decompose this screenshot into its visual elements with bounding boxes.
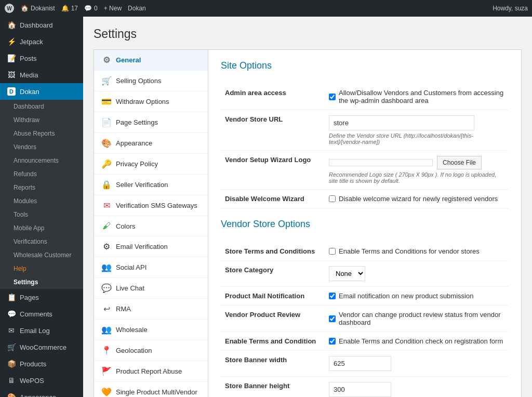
social-api-nav-icon: 👥 <box>101 262 112 272</box>
sidebar-item-email-log[interactable]: ✉ Email Log <box>0 322 83 339</box>
wp-logo[interactable]: W <box>4 3 15 14</box>
vendor-product-review-label: Vendor Product Review <box>221 306 325 332</box>
settings-nav-privacy-policy[interactable]: 🔑 Privacy Policy <box>94 154 208 175</box>
sidebar-label-media: Media <box>20 71 38 79</box>
settings-nav-email-verification[interactable]: ⚙ Email Verification <box>94 236 208 257</box>
privacy-policy-nav-icon: 🔑 <box>101 159 112 169</box>
vendor-setup-wizard-logo-label: Vendor Setup Wizard Logo <box>221 151 325 190</box>
page-settings-nav-icon: 📄 <box>101 117 112 127</box>
settings-nav-seller-verification-label: Seller Verification <box>116 181 168 189</box>
submenu-withdraw[interactable]: Withdraw <box>0 113 83 127</box>
sidebar-item-appearance[interactable]: 🎨 Appearance <box>0 389 83 397</box>
enable-terms-condition-row: Enable Terms and Condition Enable Terms … <box>221 332 509 351</box>
store-banner-height-label: Store Banner height <box>221 377 325 398</box>
jetpack-icon: ⚡ <box>7 37 16 46</box>
settings-nav-colors[interactable]: 🖌 Colors <box>94 216 208 236</box>
submenu-wholesale-customer[interactable]: Wholesale Customer <box>0 248 83 262</box>
submenu-help[interactable]: Help <box>0 262 83 275</box>
product-mail-notification-checkbox-label: Email notification on new product submis… <box>339 292 473 300</box>
settings-nav-selling-options[interactable]: 🛒 Selling Options <box>94 71 208 91</box>
comments-count[interactable]: 💬 0 <box>84 5 98 12</box>
sidebar-label-pages: Pages <box>20 294 39 301</box>
sidebar-item-dashboard[interactable]: 🏠 Dashboard <box>0 17 83 33</box>
settings-nav-rma[interactable]: ↩ RMA <box>94 299 208 320</box>
wholesale-nav-icon: 👥 <box>101 325 112 335</box>
settings-nav-appearance[interactable]: 🎨 Appearance <box>94 133 208 154</box>
plugin-name[interactable]: Dokan <box>128 5 146 12</box>
settings-nav-product-report-abuse-label: Product Report Abuse <box>116 367 182 375</box>
store-terms-row: Store Terms and Conditions Enable Terms … <box>221 242 509 261</box>
enable-terms-condition-checkbox[interactable] <box>329 338 336 345</box>
sidebar-item-posts[interactable]: 📝 Posts <box>0 50 83 67</box>
disable-welcome-wizard-row: Disable Welcome Wizard Disable welcome w… <box>221 190 509 208</box>
appearance-icon: 🎨 <box>7 393 16 397</box>
vendor-store-options-title: Vendor Store Options <box>221 219 509 234</box>
enable-terms-condition-checkbox-row: Enable Terms and Condition check on regi… <box>329 337 504 345</box>
sidebar-item-jetpack[interactable]: ⚡ Jetpack <box>0 33 83 50</box>
submenu-refunds[interactable]: Refunds <box>0 167 83 181</box>
selling-options-nav-icon: 🛒 <box>101 76 112 86</box>
main-layout: 🏠 Dashboard ⚡ Jetpack 📝 Posts 🖼 Media D … <box>0 17 532 397</box>
live-chat-nav-icon: 💬 <box>101 283 112 293</box>
submenu-verifications[interactable]: Verifications <box>0 235 83 248</box>
submenu-tools[interactable]: Tools <box>0 208 83 221</box>
settings-nav-geolocation[interactable]: 📍 Geolocation <box>94 340 208 361</box>
settings-nav-live-chat-label: Live Chat <box>116 284 144 292</box>
submenu-modules[interactable]: Modules <box>0 194 83 208</box>
vendor-store-url-input[interactable] <box>329 115 474 130</box>
settings-nav-page-settings[interactable]: 📄 Page Settings <box>94 112 208 133</box>
settings-nav-geolocation-label: Geolocation <box>116 347 152 354</box>
admin-bar: W 🏠 Dokanist 🔔 17 💬 0 + New Dokan Howdy,… <box>0 0 532 17</box>
settings-nav-general[interactable]: ⚙ General <box>94 50 208 71</box>
product-mail-notification-checkbox[interactable] <box>329 293 336 299</box>
choose-file-button[interactable]: Choose File <box>437 156 482 169</box>
sidebar-item-comments[interactable]: 💬 Comments <box>0 306 83 322</box>
sidebar-item-dokan[interactable]: D Dokan <box>0 83 83 100</box>
vendor-setup-wizard-logo-hint: Recommended Logo size ( 270px X 90px ). … <box>329 171 504 184</box>
settings-nav-verification-sms[interactable]: ✉ Verification SMS Gateways <box>94 195 208 216</box>
comment-icon: 💬 <box>84 5 92 12</box>
settings-nav-seller-verification[interactable]: 🔒 Seller Verification <box>94 175 208 195</box>
verification-sms-nav-icon: ✉ <box>101 201 112 210</box>
sidebar-item-woocommerce[interactable]: 🛒 WooCommerce <box>0 339 83 355</box>
sidebar-item-products[interactable]: 📦 Products <box>0 355 83 372</box>
settings-nav-product-report-abuse[interactable]: 🚩 Product Report Abuse <box>94 361 208 382</box>
admin-area-access-label: Admin area access <box>221 84 325 110</box>
vendor-product-review-checkbox-label: Vendor can change product review status … <box>339 311 504 326</box>
site-options-title: Site Options <box>221 60 509 75</box>
admin-area-access-checkbox[interactable] <box>329 94 336 100</box>
store-terms-checkbox-row: Enable Terms and Conditions for vendor s… <box>329 247 504 255</box>
store-category-select[interactable]: None <box>329 266 365 281</box>
store-terms-checkbox[interactable] <box>329 248 336 255</box>
notifications[interactable]: 🔔 17 <box>61 5 78 12</box>
submenu-reports[interactable]: Reports <box>0 181 83 194</box>
submenu-announcements[interactable]: Announcements <box>0 154 83 167</box>
submenu-dashboard[interactable]: Dashboard <box>0 100 83 113</box>
store-banner-height-row: Store Banner height <box>221 377 509 398</box>
submenu-mobile-app[interactable]: Mobile App <box>0 221 83 235</box>
store-terms-field: Enable Terms and Conditions for vendor s… <box>325 242 509 261</box>
vendor-store-url-label: Vendor Store URL <box>221 110 325 151</box>
vendor-store-url-hint: Define the Vendor store URL (http://loca… <box>329 133 504 145</box>
site-name[interactable]: 🏠 Dokanist <box>21 5 55 12</box>
store-terms-label: Store Terms and Conditions <box>221 242 325 261</box>
new-item[interactable]: + New <box>104 5 122 12</box>
submenu-abuse-reports[interactable]: Abuse Reports <box>0 127 83 140</box>
disable-welcome-wizard-checkbox[interactable] <box>329 195 336 202</box>
store-banner-width-input[interactable] <box>329 356 391 371</box>
disable-welcome-wizard-field: Disable welcome wizard for newly registe… <box>325 190 509 208</box>
submenu-settings[interactable]: Settings <box>0 275 83 289</box>
store-category-field: None <box>325 261 509 287</box>
store-banner-height-input[interactable] <box>329 382 391 397</box>
submenu-vendors[interactable]: Vendors <box>0 140 83 154</box>
vendor-product-review-checkbox[interactable] <box>329 315 336 322</box>
settings-nav-wholesale[interactable]: 👥 Wholesale <box>94 320 208 340</box>
sidebar-item-media[interactable]: 🖼 Media <box>0 67 83 83</box>
settings-nav-withdraw-options[interactable]: 💳 Withdraw Options <box>94 91 208 112</box>
sidebar-item-wepos[interactable]: 🖥 WePOS <box>0 372 83 389</box>
settings-nav-live-chat[interactable]: 💬 Live Chat <box>94 278 208 299</box>
sidebar-item-pages[interactable]: 📋 Pages <box>0 289 83 306</box>
sidebar-menu-bottom: 📋 Pages 💬 Comments ✉ Email Log 🛒 WooComm… <box>0 289 83 397</box>
settings-nav-social-api[interactable]: 👥 Social API <box>94 257 208 278</box>
settings-nav-single-product-multivendor[interactable]: 🧡 Single Product MultiVendor <box>94 382 208 397</box>
